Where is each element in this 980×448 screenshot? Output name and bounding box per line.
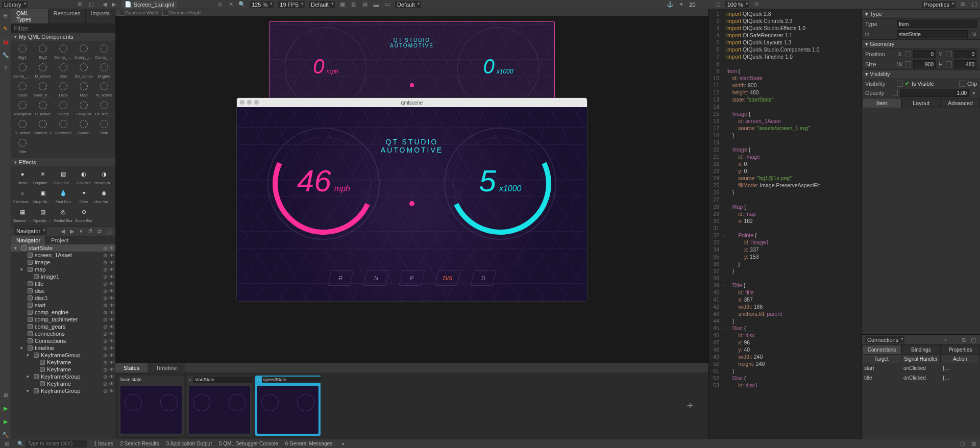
- visibility-toggle-icon[interactable]: 👁: [109, 295, 114, 301]
- locator-input[interactable]: [26, 440, 87, 447]
- add-state-button[interactable]: +: [680, 395, 700, 416]
- effect-item[interactable]: ▨Opacity Mask: [33, 205, 53, 224]
- link-w-icon[interactable]: [905, 61, 911, 67]
- properties-dropdown[interactable]: Properties: [922, 1, 955, 8]
- zoom-dropdown[interactable]: 125 %: [250, 1, 274, 8]
- visibility-toggle-icon[interactable]: 👁: [109, 267, 114, 272]
- visibility-toggle-icon[interactable]: 👁: [109, 310, 114, 315]
- component-item[interactable]: N_active: [94, 80, 114, 98]
- component-item[interactable]: Disc: [53, 61, 74, 80]
- visibility-toggle-icon[interactable]: 👁: [109, 338, 114, 344]
- component-item[interactable]: P_active: [33, 98, 53, 117]
- component-item[interactable]: R_active: [12, 117, 33, 136]
- code-line[interactable]: 10 id: startState: [709, 74, 862, 82]
- navigator-dropdown[interactable]: Navigator: [14, 228, 46, 235]
- debug-mode-icon[interactable]: 🐞: [2, 38, 10, 46]
- code-line[interactable]: 20- Image {: [709, 146, 862, 153]
- tree-row[interactable]: disc⊘👁: [11, 287, 115, 294]
- visibility-toggle-icon[interactable]: 👁: [109, 274, 114, 280]
- tree-row[interactable]: image⊘👁: [11, 259, 115, 266]
- code-line[interactable]: 43 anchors.fill: parent: [709, 310, 862, 317]
- export-toggle-icon[interactable]: ⊘: [103, 303, 107, 308]
- state-card[interactable]: ○✕: [187, 376, 252, 436]
- export-toggle-icon[interactable]: ⊘: [103, 381, 107, 387]
- tree-row[interactable]: image1⊘👁: [11, 273, 115, 280]
- output-pane-button[interactable]: 3 Application Output: [166, 441, 212, 446]
- export-toggle-icon[interactable]: ⊘: [103, 281, 107, 287]
- state-card[interactable]: ○✕: [255, 376, 321, 436]
- build-icon[interactable]: 🔨: [2, 431, 10, 439]
- override-height-checkbox[interactable]: Override Height: [162, 10, 202, 16]
- code-line[interactable]: 39- Title {: [709, 282, 862, 289]
- opacity-stepper-icon[interactable]: ▾: [971, 89, 977, 96]
- state-name-input[interactable]: [262, 377, 321, 383]
- code-line[interactable]: 6import QtQuick.Studio.Components 1.0: [709, 46, 862, 53]
- navigator-tree[interactable]: ▾startState⊘👁screen_1Asset⊘👁image⊘👁▾map⊘…: [11, 244, 115, 439]
- tree-row[interactable]: disc1⊘👁: [11, 294, 115, 302]
- tree-row[interactable]: Keyframe⊘👁: [11, 366, 115, 373]
- effect-item[interactable]: ▧Color Overlay: [53, 167, 74, 186]
- code-line[interactable]: 11 width: 900: [709, 82, 862, 89]
- component-item[interactable]: Polygon: [74, 98, 94, 117]
- export-toggle-icon[interactable]: ⊘: [103, 360, 107, 365]
- close-panel-icon-r[interactable]: ▢: [971, 1, 978, 8]
- code-line[interactable]: 7import QtQuick.Timeline 1.0: [709, 53, 862, 60]
- export-toggle-icon[interactable]: ⊘: [103, 317, 107, 322]
- fit-icon[interactable]: ◫: [714, 1, 721, 8]
- code-line[interactable]: 25 fillMode: Image.PreserveAspectFit: [709, 182, 862, 189]
- export-toggle-icon[interactable]: ⊘: [103, 388, 107, 394]
- visibility-toggle-icon[interactable]: 👁: [109, 360, 114, 365]
- connections-column[interactable]: Target: [862, 355, 901, 363]
- code-line[interactable]: 42 width: 186: [709, 303, 862, 310]
- component-item[interactable]: Big1: [12, 42, 33, 61]
- nav-back-icon[interactable]: ◀: [101, 1, 108, 8]
- code-line[interactable]: 52- Disc {: [709, 375, 862, 382]
- zoom-icon[interactable]: 🔍: [238, 1, 246, 8]
- code-line[interactable]: 33 id: image1: [709, 239, 862, 246]
- add-connection-icon[interactable]: +: [942, 336, 949, 343]
- code-line[interactable]: 15- Image {: [709, 110, 862, 117]
- export-toggle-icon[interactable]: ⊘: [103, 295, 107, 301]
- code-line[interactable]: 35 y: 153: [709, 253, 862, 260]
- output-pane-button[interactable]: 2 Search Results: [120, 441, 159, 446]
- visibility-toggle-icon[interactable]: 👁: [109, 288, 114, 294]
- conn-split-icon[interactable]: ⧉: [961, 336, 968, 343]
- navigator-tab[interactable]: Navigator: [11, 236, 46, 244]
- export-toggle-icon[interactable]: ⊘: [103, 253, 107, 258]
- visibility-toggle-icon[interactable]: 👁: [109, 281, 114, 287]
- preset-dropdown[interactable]: Default: [309, 1, 335, 8]
- tool-icon-2[interactable]: ▥: [350, 1, 357, 8]
- preview-titlebar[interactable]: qmlscene: [237, 98, 587, 107]
- library-dropdown[interactable]: Library: [2, 1, 28, 8]
- fps-dropdown[interactable]: 19 FPS: [278, 1, 305, 8]
- component-item[interactable]: Engine: [94, 61, 114, 80]
- property-subtab[interactable]: Layout: [901, 98, 941, 108]
- output-pane-button[interactable]: 1 Issues: [94, 441, 113, 446]
- component-item[interactable]: Do_active: [74, 61, 94, 80]
- code-line[interactable]: 50 height: 240: [709, 360, 862, 367]
- code-line[interactable]: 48 y: 40: [709, 346, 862, 353]
- code-line[interactable]: 31: [709, 225, 862, 232]
- tree-row[interactable]: connections⊘👁: [11, 330, 115, 337]
- visibility-section-header[interactable]: ▾ Visibility: [862, 69, 980, 79]
- visibility-toggle-icon[interactable]: 👁: [109, 260, 114, 265]
- tree-row[interactable]: ▾KeyframeGroup⊘👁: [11, 373, 115, 380]
- code-line[interactable]: 3import QtQuick.Studio.Effects 1.0: [709, 24, 862, 32]
- tree-row[interactable]: ▾map⊘👁: [11, 266, 115, 273]
- tree-row[interactable]: comp_tachimeter⊘👁: [11, 316, 115, 323]
- preview-window[interactable]: qmlscene QT STUDIO AUTOMOTIVE 46: [237, 98, 587, 301]
- code-line[interactable]: 49 width: 240: [709, 353, 862, 360]
- code-line[interactable]: 2import QtQuick.Controls 2.3: [709, 17, 862, 24]
- file-tab[interactable]: 📄 Screen_1.ui.qml: [121, 1, 178, 9]
- w-field[interactable]: [913, 60, 936, 68]
- component-item[interactable]: Screen_2: [33, 117, 53, 136]
- components-section-header[interactable]: ▾ My QML Components: [11, 33, 115, 41]
- component-item[interactable]: Screen01: [53, 117, 74, 136]
- library-tab[interactable]: Imports: [86, 9, 115, 23]
- code-line[interactable]: 53 id: disc1: [709, 382, 862, 389]
- conn-close-icon[interactable]: ▢: [970, 336, 977, 343]
- export-toggle-icon[interactable]: ⊘: [103, 331, 107, 337]
- visibility-toggle-icon[interactable]: 👁: [109, 353, 114, 358]
- tool-icon-5[interactable]: ▭: [384, 1, 391, 8]
- toggle-sidebar-icon[interactable]: ▤: [3, 440, 10, 447]
